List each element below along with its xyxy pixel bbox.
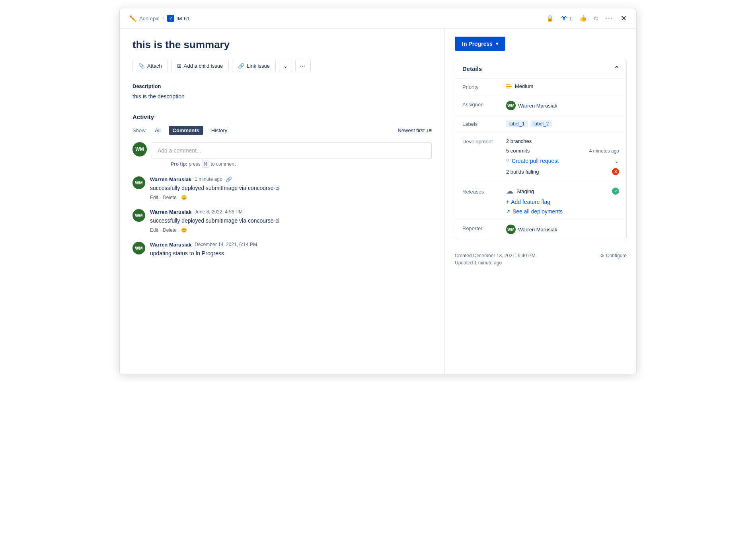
configure-button[interactable]: ⚙ Configure xyxy=(600,253,627,258)
comment-time: December 14, 2021, 6:14 PM xyxy=(195,242,257,247)
comment-content: Warren Marusiak 1 minute ago 🔗 successfu… xyxy=(150,176,432,200)
create-pr-link[interactable]: Create pull request xyxy=(512,158,559,164)
lock-button[interactable]: 🔒 xyxy=(546,15,554,22)
comment-time: June 8, 2022, 4:56 PM xyxy=(195,209,243,215)
comment-actions: Edit · Delete · 😊 xyxy=(150,195,432,200)
link-icon[interactable]: 🔗 xyxy=(226,176,232,182)
edit-comment-button[interactable]: Edit xyxy=(150,195,158,200)
delete-comment-button[interactable]: Delete xyxy=(163,227,177,233)
label-badge-2[interactable]: label_2 xyxy=(530,120,552,127)
details-panel-header: Details ⌃ xyxy=(455,59,626,78)
activity-header: Activity xyxy=(132,113,432,120)
comment-text: updating status to In Progress xyxy=(150,249,432,258)
status-button[interactable]: In Progress ▾ xyxy=(455,37,505,51)
comment-entry: WM Warren Marusiak June 8, 2022, 4:56 PM… xyxy=(132,209,432,233)
comment-actions: Edit · Delete · 😊 xyxy=(150,227,432,233)
add-child-issue-button[interactable]: ⊞ Add a child issue xyxy=(171,60,229,72)
comment-author: Warren Marusiak xyxy=(150,242,191,248)
comment-text: successfully deployed submitImage via co… xyxy=(150,217,432,225)
reporter-avatar: WM xyxy=(506,225,516,234)
staging-check-icon: ✓ xyxy=(612,188,619,195)
label-badge-1[interactable]: label_1 xyxy=(506,120,528,127)
pencil-icon: ✏️ xyxy=(129,15,136,22)
share-icon: ⎋ xyxy=(594,15,598,22)
breadcrumb-separator: / xyxy=(163,16,164,22)
assignee-row: Assignee WM Warren Marusiak xyxy=(455,96,626,115)
see-all-deployments-link[interactable]: See all deployments xyxy=(512,208,563,215)
collapse-icon[interactable]: ⌃ xyxy=(614,65,619,72)
like-button[interactable]: 👍 xyxy=(579,15,587,22)
footer-row-1: Created December 13, 2021, 6:40 PM ⚙ Con… xyxy=(455,253,627,258)
comment-author: Warren Marusiak xyxy=(150,209,191,215)
build-fail-icon: ✕ xyxy=(612,168,619,175)
create-pr-row: ⑂ Create pull request ⌄ xyxy=(462,154,619,164)
labels-values[interactable]: label_1 label_2 xyxy=(506,120,619,127)
status-label: In Progress xyxy=(462,41,493,47)
share-button[interactable]: ⎋ xyxy=(594,15,598,22)
development-branches[interactable]: 2 branches xyxy=(506,138,619,144)
comment-input-row: WM Add a comment... Pro tip: press M to … xyxy=(132,142,432,167)
filter-history[interactable]: History xyxy=(207,126,231,135)
footer-meta: Created December 13, 2021, 6:40 PM ⚙ Con… xyxy=(455,247,627,267)
react-button[interactable]: 😊 xyxy=(181,227,187,233)
releases-section: Releases ☁ Staging ✓ + Add feature flag … xyxy=(455,182,626,219)
modal-body: this is the summary 📎 Attach ⊞ Add a chi… xyxy=(120,29,636,374)
commenter-avatar: WM xyxy=(132,242,145,254)
comment-entry: WM Warren Marusiak 1 minute ago 🔗 succes… xyxy=(132,176,432,200)
add-feature-flag-row[interactable]: + Add feature flag xyxy=(462,199,619,205)
labels-row: Labels label_1 label_2 xyxy=(455,115,626,133)
issue-badge: ✓ xyxy=(167,15,174,22)
activity-section: Activity Show: All Comments History Newe… xyxy=(132,113,432,260)
more-button[interactable]: ··· xyxy=(605,14,614,23)
comment-author: Warren Marusiak xyxy=(150,176,191,182)
sidebar: In Progress ▾ Details ⌃ Priority xyxy=(445,29,636,374)
development-label: Development xyxy=(462,138,506,145)
priority-label: Priority xyxy=(462,83,506,90)
comment-input[interactable]: Add a comment... xyxy=(152,142,432,159)
assignee-label: Assignee xyxy=(462,101,506,108)
description-text[interactable]: this is the description xyxy=(132,92,432,101)
watch-button[interactable]: 👁 1 xyxy=(561,15,572,22)
sort-order[interactable]: Newest first ↓≡ xyxy=(397,127,432,133)
commenter-avatar: WM xyxy=(132,209,145,222)
comment-content: Warren Marusiak June 8, 2022, 4:56 PM su… xyxy=(150,209,432,233)
breadcrumb-add-epic[interactable]: Add epic xyxy=(139,16,160,22)
edit-comment-button[interactable]: Edit xyxy=(150,227,158,233)
commits-value: 5 commits 4 minutes ago xyxy=(506,148,619,154)
priority-value[interactable]: Medium xyxy=(506,83,619,89)
ellipsis-icon: ··· xyxy=(300,63,306,69)
close-icon: ✕ xyxy=(621,14,627,23)
comment-time: 1 minute ago xyxy=(195,176,222,182)
details-panel: Details ⌃ Priority Medium xyxy=(455,59,627,239)
link-issue-button[interactable]: 🔗 Link issue xyxy=(232,60,276,72)
close-button[interactable]: ✕ xyxy=(621,14,627,23)
commits-row: 5 commits 4 minutes ago xyxy=(462,145,619,154)
issue-title[interactable]: this is the summary xyxy=(132,38,432,52)
builds-failing-value: 2 builds failing ✕ xyxy=(506,168,619,175)
attach-icon: 📎 xyxy=(138,63,145,69)
issue-ref: ✓ IM-61 xyxy=(167,15,189,22)
filter-comments[interactable]: Comments xyxy=(169,126,203,135)
more-icon: ··· xyxy=(605,14,614,23)
comment-meta: Warren Marusiak June 8, 2022, 4:56 PM xyxy=(150,209,432,215)
description-label: Description xyxy=(132,83,432,89)
issue-id[interactable]: IM-61 xyxy=(176,16,189,22)
more-actions-dropdown[interactable]: ⌄ xyxy=(279,60,292,72)
create-pr-chevron-icon[interactable]: ⌄ xyxy=(614,158,619,164)
chevron-down-icon: ⌄ xyxy=(283,63,288,69)
extra-actions-button[interactable]: ··· xyxy=(295,60,311,72)
development-section: Development 2 branches 5 commits 4 minut… xyxy=(455,133,626,182)
delete-comment-button[interactable]: Delete xyxy=(163,195,177,200)
attach-button[interactable]: 📎 Attach xyxy=(132,60,168,72)
filter-all[interactable]: All xyxy=(151,126,164,135)
lock-icon: 🔒 xyxy=(546,15,554,22)
header-actions: 🔒 👁 1 👍 ⎋ ··· ✕ xyxy=(546,14,627,23)
description-section: Description this is the description xyxy=(132,83,432,101)
add-feature-flag-link[interactable]: Add feature flag xyxy=(511,199,550,205)
reporter-value: WM Warren Marusiak xyxy=(506,225,619,234)
assignee-value[interactable]: WM Warren Marusiak xyxy=(506,101,619,110)
see-all-deployments-row[interactable]: ↗ See all deployments xyxy=(462,208,619,215)
builds-failing-row: 2 builds failing ✕ xyxy=(462,164,619,175)
arrow-icon: ↗ xyxy=(506,209,510,214)
react-button[interactable]: 😊 xyxy=(181,195,187,200)
